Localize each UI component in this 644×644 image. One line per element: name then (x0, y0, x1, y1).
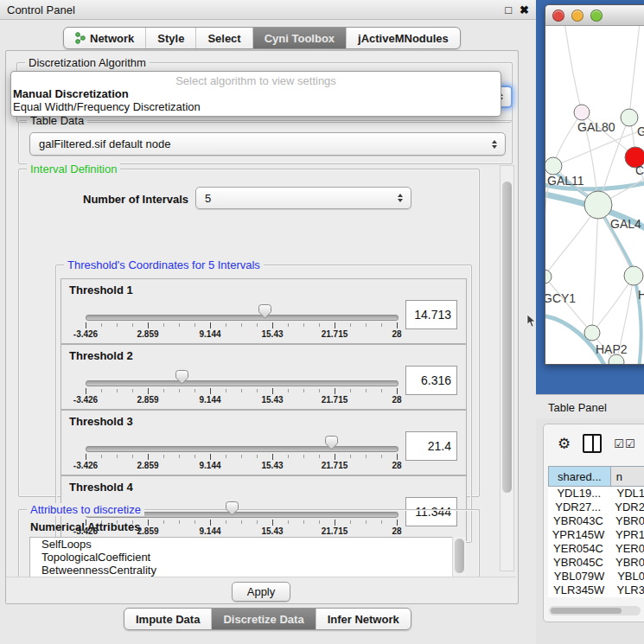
cell-name[interactable]: YPR1 (609, 528, 644, 542)
spinner-up-icon[interactable] (398, 194, 403, 197)
zoom-window-icon[interactable] (590, 10, 603, 22)
table-data-combobox[interactable]: galFiltered.sif default node (29, 132, 506, 156)
bottom-tab-bar: Impute DataDiscretize DataInfer Network (124, 608, 411, 630)
threshold-value-field[interactable]: 14.713 (405, 300, 457, 329)
attribute-item-selfloops[interactable]: SelfLoops (30, 538, 453, 551)
cell-name[interactable]: YDR2 (608, 501, 644, 514)
threshold-value-field[interactable]: 21.4 (405, 431, 457, 461)
spinner-up-icon[interactable] (492, 140, 497, 143)
control-panel-title: Control Panel (0, 3, 75, 16)
numerical-attributes-list[interactable]: SelfLoopsTopologicalCoefficientBetweenne… (29, 537, 454, 578)
tab-select[interactable]: Select (196, 28, 252, 48)
cell-shared-name[interactable]: YER054C (548, 542, 609, 556)
close-window-icon[interactable] (552, 10, 564, 22)
slider-track[interactable] (86, 380, 399, 386)
algorithm-placeholder-option[interactable]: Select algorithm to view settings (11, 72, 501, 87)
cell-shared-name[interactable]: YDL19... (548, 487, 609, 501)
network-node[interactable] (545, 270, 552, 284)
cell-name[interactable]: YBR0 (609, 514, 644, 528)
attribute-item-betweennesscentrality[interactable]: BetweennessCentrality (30, 564, 453, 577)
table-row[interactable]: YLR345WYLR3 (548, 583, 644, 597)
tab-network[interactable]: Network (64, 28, 146, 48)
attributes-list-scrollbar[interactable] (452, 537, 466, 577)
tab-bar: NetworkStyleSelectCyni ToolboxjActiveMNo… (63, 27, 461, 49)
network-edge[interactable] (592, 205, 598, 333)
table-row[interactable]: YBR043CYBR0 (548, 514, 644, 528)
algorithm-option-manual-discretization[interactable]: Manual Discretization (11, 87, 501, 100)
network-edge[interactable] (629, 26, 640, 118)
slider-track[interactable] (86, 315, 399, 321)
tick-label: 28 (392, 329, 401, 339)
apply-button[interactable]: Apply (232, 582, 290, 602)
table-row[interactable]: YER054CYER0 (548, 542, 644, 556)
network-canvas[interactable]: GAL80GCGAL11GAL4GCY1HHAP2 (545, 26, 644, 364)
network-window-titlebar[interactable] (545, 5, 644, 26)
network-node-label: GAL4 (610, 217, 641, 231)
table-column-header-shared[interactable]: shared... (548, 466, 611, 487)
table-column-header-n[interactable]: n (611, 466, 644, 487)
table-toolbar: ⚙ ☑☑ (544, 428, 644, 459)
table-row[interactable]: YDL19...YDL1 (548, 487, 644, 501)
slider-thumb[interactable] (175, 370, 188, 385)
close-panel-icon[interactable]: ✖ (520, 3, 529, 16)
bottom-tab-impute-data[interactable]: Impute Data (124, 609, 212, 629)
network-node[interactable] (574, 105, 590, 120)
tick-label: 15.43 (261, 329, 283, 339)
tick-label: 2.859 (137, 461, 158, 470)
cell-name[interactable]: YBR0 (609, 556, 644, 570)
vertical-scrollbar[interactable] (500, 165, 514, 571)
network-edge[interactable] (592, 276, 634, 333)
network-node[interactable] (624, 266, 643, 285)
bottom-tab-infer-network[interactable]: Infer Network (316, 609, 411, 629)
gear-icon[interactable]: ⚙ (558, 437, 571, 451)
slider-thumb[interactable] (258, 304, 271, 319)
cell-name[interactable]: YDL1 (609, 487, 644, 501)
network-node[interactable] (545, 157, 562, 175)
cell-name[interactable]: YER0 (609, 542, 644, 556)
table-horizontal-scrollbar[interactable] (549, 606, 641, 615)
table-horizontal-scrollbar-thumb[interactable] (551, 608, 622, 614)
threshold-value-field[interactable]: 6.316 (405, 366, 457, 395)
attribute-item-topologicalcoefficient[interactable]: TopologicalCoefficient (30, 551, 453, 564)
network-node[interactable] (584, 191, 612, 219)
table-row[interactable]: YPR145WYPR1 (548, 528, 644, 542)
numerical-attributes-label: Numerical Attributes (30, 520, 140, 533)
columns-icon[interactable] (583, 434, 602, 453)
cell-name[interactable]: YLR3 (609, 583, 644, 597)
minimize-window-icon[interactable] (571, 10, 583, 22)
network-edge[interactable] (564, 26, 582, 112)
cell-shared-name[interactable]: YDR27... (548, 501, 608, 514)
float-window-icon[interactable]: □ (505, 3, 512, 16)
tick-label: 28 (392, 461, 401, 470)
slider-thumb[interactable] (325, 436, 338, 450)
network-node-label: GAL80 (577, 120, 615, 134)
attributes-list-scrollbar-thumb[interactable] (455, 539, 464, 573)
attributes-group-title: Attributes to discretize (27, 503, 144, 516)
cell-shared-name[interactable]: YBR045C (548, 556, 609, 570)
tick-label: 15.43 (261, 461, 283, 470)
table-row[interactable]: YBL079WYBL0 (548, 570, 644, 583)
table-row[interactable]: YBR045CYBR0 (548, 556, 644, 570)
tab-jactivemnodules[interactable]: jActiveMNodules (347, 28, 460, 48)
select-columns-icons[interactable]: ☑☑ (614, 437, 635, 450)
network-node[interactable] (584, 325, 600, 341)
cell-shared-name[interactable]: YLR345W (548, 583, 609, 597)
spinner-down-icon[interactable] (398, 199, 403, 202)
network-node[interactable] (621, 109, 638, 126)
spinner-down-icon[interactable] (492, 145, 497, 149)
vertical-scrollbar-thumb[interactable] (502, 182, 512, 493)
slider-thumb[interactable] (226, 501, 239, 516)
tab-cyni-toolbox[interactable]: Cyni Toolbox (253, 28, 347, 48)
cell-shared-name[interactable]: YBR043C (548, 514, 609, 528)
table-row[interactable]: YDR27...YDR2 (548, 501, 644, 514)
slider-ticks (86, 322, 397, 329)
tab-style[interactable]: Style (146, 28, 196, 48)
tab-label: Select (207, 32, 240, 45)
algorithm-option-equal-width-frequency-discretization[interactable]: Equal Width/Frequency Discretization (11, 100, 501, 113)
cell-shared-name[interactable]: YBL079W (548, 570, 610, 583)
bottom-tab-discretize-data[interactable]: Discretize Data (212, 609, 316, 629)
slider-track[interactable] (86, 446, 399, 452)
cell-shared-name[interactable]: YPR145W (548, 528, 609, 542)
cell-name[interactable]: YBL0 (610, 570, 644, 583)
number-of-intervals-combobox[interactable]: 5 (195, 187, 411, 209)
